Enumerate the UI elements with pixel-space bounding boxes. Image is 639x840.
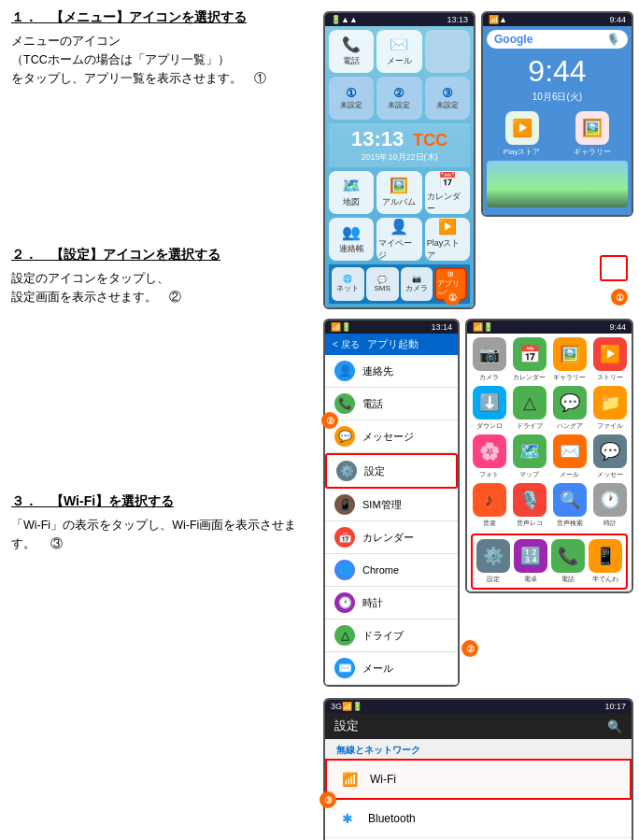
drawer-calendar[interactable]: 📅 カレンダー — [511, 337, 547, 382]
drawer-hangouts-icon: 💬 — [553, 386, 587, 420]
app-drawer-body: 📷 カメラ 📅 カレンダー 🖼️ ギャラリー — [467, 334, 632, 590]
section1-line3: をタップし、アプリ一覧を表示させます。 ① — [11, 72, 266, 85]
tcc-app-mail[interactable]: ✉️ メール — [376, 30, 421, 73]
drawer-messenger[interactable]: 💬 メッセー — [591, 434, 628, 479]
drawer-phone2[interactable]: 📞 電話 — [551, 539, 585, 584]
step1-indicator-tcc: ① — [444, 289, 461, 306]
android-gallery-icon[interactable]: 🖼️ ギャラリー — [574, 111, 611, 157]
list-item-mail[interactable]: ✉️ メール — [325, 652, 458, 685]
tcc-phone-label: 電話 — [343, 55, 360, 67]
list-item-contacts[interactable]: 👤 連絡先 — [325, 355, 458, 388]
tcc-sms-btn[interactable]: 💬 SMS — [366, 267, 399, 301]
tcc-playstore-label: Playストア — [427, 237, 468, 262]
wifi-icon: 📶 — [338, 768, 361, 790]
chrome-list-label: Chrome — [362, 564, 399, 576]
tcc-time: 13:13 — [351, 127, 404, 150]
drawer-hangouts[interactable]: 💬 ハングア — [551, 386, 588, 431]
drawer-camera-label: カメラ — [479, 373, 499, 382]
list-item-clock[interactable]: 🕐 時計 — [325, 587, 458, 619]
step3-layout: 3G📶🔋 10:17 設定 🔍 無線とネットワーク 📶 — [323, 698, 633, 840]
drawer-download-label: ダウンロ — [476, 421, 503, 431]
app-list-body: < 戻る アプリ起動 👤 連絡先 📞 電話 � — [325, 334, 458, 685]
drawer-files[interactable]: 📁 ファイル — [591, 386, 628, 431]
drawer-email[interactable]: ✉️ メール — [551, 434, 588, 479]
settings-body: 設定 🔍 無線とネットワーク 📶 Wi-Fi ✱ — [325, 713, 632, 840]
back-button-applist[interactable]: < 戻る — [333, 338, 360, 351]
drawer-settings[interactable]: ⚙️ 設定 — [476, 539, 510, 584]
tcc-maps[interactable]: 🗺️ 地図 — [329, 171, 374, 214]
settings-mockup: 3G📶🔋 10:17 設定 🔍 無線とネットワーク 📶 — [323, 698, 633, 840]
applist-icons: 📶🔋 — [331, 322, 351, 332]
drawer-app-grid: 📷 カメラ 📅 カレンダー 🖼️ ギャラリー — [467, 334, 632, 532]
settings-search-icon[interactable]: 🔍 — [607, 719, 622, 733]
drawer-drive[interactable]: △ ドライブ — [511, 386, 547, 431]
list-item-settings[interactable]: ⚙️ 設定 — [325, 453, 458, 489]
drawer-maps[interactable]: 🗺️ マップ — [511, 434, 547, 479]
drawer-recorder[interactable]: 🎙️ 音声レコ — [511, 483, 547, 528]
tcc-contacts-label: 連絡帳 — [339, 243, 364, 255]
num3-icon: ③ — [442, 86, 453, 100]
tcc-calendar[interactable]: 📅 カレンダー — [425, 171, 470, 214]
net-icon: 🌐 — [343, 275, 352, 283]
chrome-list-icon: 🌐 — [334, 560, 355, 580]
drawer-photos[interactable]: 🌸 フォト — [471, 434, 507, 479]
settings-bluetooth-item[interactable]: ✱ Bluetooth — [325, 800, 632, 838]
drawer-stream-label: ストリー — [597, 373, 623, 382]
drawer-voicesearch-label: 音声検索 — [557, 519, 583, 528]
google-label: Google — [494, 33, 532, 46]
list-item-chrome[interactable]: 🌐 Chrome — [325, 554, 458, 587]
list-item-phone[interactable]: 📞 電話 — [325, 388, 458, 420]
list-item-calendar[interactable]: 📅 カレンダー — [325, 521, 458, 554]
drawer-calculator[interactable]: 🔢 電卓 — [514, 539, 547, 584]
list-item-message[interactable]: 💬 メッセージ — [325, 420, 458, 453]
drawer-music[interactable]: ♪ 音楽 — [471, 483, 507, 528]
tcc-app-phone[interactable]: 📞 電話 — [329, 30, 374, 73]
num3-label: 未設定 — [436, 100, 459, 110]
android-playstore-icon[interactable]: ▶️ Playストア — [504, 111, 541, 157]
drawer-clock-label: 時計 — [604, 519, 617, 528]
tcc-playstore[interactable]: ▶️ Playストア — [425, 218, 470, 261]
tcc-num3[interactable]: ③ 未設定 — [425, 77, 470, 120]
section1-line2: （TCCホームの場合は「アプリ一覧」） — [11, 53, 230, 66]
drawer-handenwa[interactable]: 📱 半でんわ — [589, 539, 622, 584]
android-home-inner: Google 🎙️ 9:44 10月6日(火) ▶️ Playストア — [483, 26, 632, 215]
drawer-gallery-label: ギャラリー — [553, 373, 586, 382]
tcc-camera-btn[interactable]: 📷 カメラ — [401, 267, 433, 301]
tcc-logo: TCC — [413, 131, 447, 149]
settings-list-label: 設定 — [364, 464, 385, 478]
drawer-gallery-icon: 🖼️ — [553, 337, 587, 371]
tcc-mypage[interactable]: 👤 マイページ — [376, 218, 421, 261]
settings-wifi-item[interactable]: 📶 Wi-Fi — [325, 759, 632, 800]
tcc-num2[interactable]: ② 未設定 — [376, 77, 421, 120]
drawer-stream[interactable]: ▶️ ストリー — [591, 337, 628, 382]
contacts-list-icon: 👤 — [334, 361, 355, 381]
tcc-num-apps: ① 未設定 ② 未設定 ③ 未設定 — [329, 77, 470, 120]
android-clock: 9:44 — [487, 54, 628, 89]
tcc-net-btn[interactable]: 🌐 ネット — [332, 267, 364, 301]
google-search-bar[interactable]: Google 🎙️ — [487, 30, 628, 49]
tcc-contacts[interactable]: 👥 連絡帳 — [329, 218, 374, 261]
section1-block: １． 【メニュー】アイコンを選択する メニューのアイコン （TCCホームの場合は… — [11, 9, 306, 88]
drawer-icons: 📶🔋 — [473, 322, 493, 332]
list-item-drive[interactable]: △ ドライブ — [325, 619, 458, 652]
tcc-home-screen: 🔋▲▲ 13:13 📞 電話 ✉️ メール — [323, 11, 476, 317]
tcc-date: 2015年10月22日(木) — [329, 151, 470, 164]
section1-desc: メニューのアイコン （TCCホームの場合は「アプリ一覧」） をタップし、アプリ一… — [11, 32, 306, 88]
tcc-maps-label: 地図 — [343, 196, 360, 208]
drawer-voicesearch[interactable]: 🔍 音声検索 — [551, 483, 588, 528]
drawer-clock[interactable]: 🕐 時計 — [591, 483, 628, 528]
drawer-phone2-label: 電話 — [561, 575, 575, 584]
list-item-sim[interactable]: 📱 SIM管理 — [325, 489, 458, 521]
num2-label: 未設定 — [388, 100, 410, 110]
drawer-camera[interactable]: 📷 カメラ — [471, 337, 507, 382]
section2-line2: 設定画面を表示させます。 ② — [11, 291, 181, 304]
drawer-download[interactable]: ⬇️ ダウンロ — [471, 386, 507, 431]
settings-header-bar: 設定 🔍 — [325, 713, 632, 739]
maps-icon: 🗺️ — [342, 177, 361, 194]
tcc-album[interactable]: 🖼️ アルバム — [376, 171, 421, 214]
sim-list-label: SIM管理 — [362, 498, 402, 512]
contacts-icon: 👥 — [342, 223, 361, 241]
tcc-num1[interactable]: ① 未設定 — [329, 77, 374, 120]
tcc-album-label: アルバム — [382, 196, 416, 208]
drawer-gallery[interactable]: 🖼️ ギャラリー — [551, 337, 588, 382]
